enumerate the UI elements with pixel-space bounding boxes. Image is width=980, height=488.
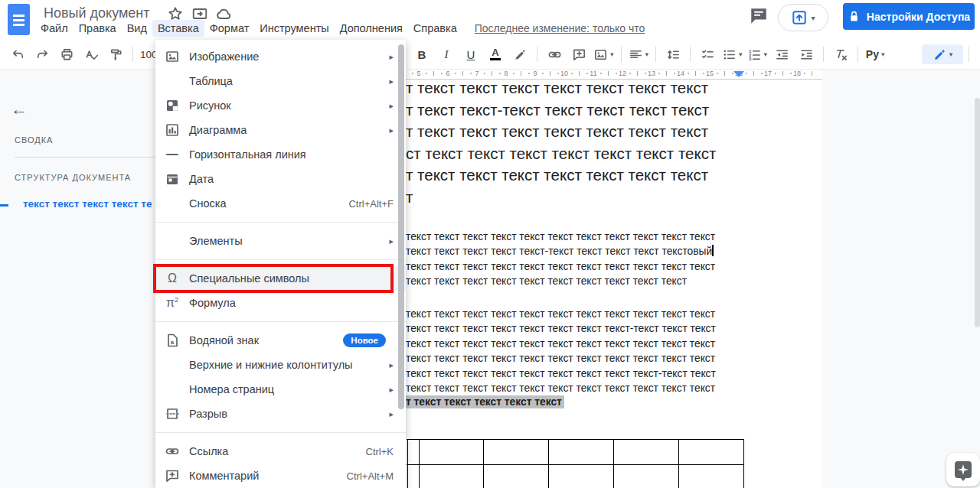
menu-item-label: Номера страниц bbox=[189, 383, 383, 395]
insert-image-icon bbox=[593, 47, 608, 62]
bold-button[interactable]: B bbox=[410, 44, 433, 64]
spellcheck-button[interactable] bbox=[80, 44, 103, 64]
menu-item-insert-image[interactable]: Изображение▸ bbox=[155, 44, 406, 69]
text-color-button[interactable]: A bbox=[484, 44, 507, 64]
menubar-item[interactable]: Правка bbox=[74, 20, 122, 37]
present-button[interactable]: ▾ bbox=[778, 4, 828, 31]
menu-item-insert-watermark[interactable]: aВодяной знакНовое bbox=[155, 328, 406, 353]
menubar-item[interactable]: Формат bbox=[204, 20, 255, 37]
toolbar: 100% BIUA▾▾▾123▾Ру▾▾ bbox=[0, 40, 980, 70]
ruler-number: 14 bbox=[676, 70, 685, 77]
menu-scrollbar[interactable] bbox=[398, 44, 404, 409]
menu-item-insert-headers-footers[interactable]: Верхние и нижние колонтитулы▸ bbox=[155, 353, 406, 377]
checklist-button[interactable] bbox=[696, 44, 719, 64]
menu-item-insert-page-numbers[interactable]: Номера страниц▸ bbox=[155, 377, 406, 402]
menubar-item[interactable]: Файл bbox=[35, 20, 74, 37]
numbered-list-button[interactable]: 123▾ bbox=[746, 44, 769, 64]
ruler-number: 17 bbox=[763, 70, 773, 77]
editing-mode-button[interactable]: ▾ bbox=[922, 44, 963, 64]
italic-button[interactable]: I bbox=[435, 44, 458, 64]
outline-item-label: текст текст текст текст те bbox=[23, 198, 157, 210]
share-button[interactable]: Настройки Доступа bbox=[843, 3, 975, 30]
menu-item-insert-formula[interactable]: π2Формула bbox=[155, 291, 406, 315]
align-button[interactable]: ▾ bbox=[627, 44, 651, 64]
menu-separator bbox=[155, 432, 406, 433]
submenu-arrow-icon: ▸ bbox=[389, 101, 394, 111]
close-outline-icon[interactable]: ← bbox=[11, 99, 28, 119]
text-line: т текст текст текст текст текст текст те… bbox=[406, 77, 716, 99]
hide-menus-button[interactable] bbox=[975, 44, 980, 64]
menu-item-insert-date[interactable]: Дата bbox=[155, 167, 406, 191]
chevron-down-icon: ▾ bbox=[764, 50, 768, 58]
explore-button[interactable] bbox=[946, 453, 980, 486]
ruler-strip: 56789101112131415161718 bbox=[352, 69, 822, 80]
text-line: текст текст текст текст текст текст текс… bbox=[406, 351, 716, 366]
line-spacing-button[interactable] bbox=[662, 44, 684, 64]
chevron-down-icon: ▾ bbox=[881, 50, 885, 58]
text-line: ст текст текст текст текст текст текст т… bbox=[406, 143, 716, 165]
add-comment-button[interactable] bbox=[567, 44, 590, 64]
menu-item-insert-horizontal-line[interactable]: Горизонтальная линия bbox=[155, 142, 406, 167]
menubar-item[interactable]: Инструменты bbox=[254, 20, 334, 37]
ruler-number: 12 bbox=[618, 70, 627, 77]
menu-item-insert-break[interactable]: Разрыв▸ bbox=[155, 402, 406, 426]
input-tools-button[interactable]: Ру▾ bbox=[864, 44, 887, 64]
decrease-indent-button[interactable] bbox=[770, 44, 793, 64]
menu-item-insert-drawing[interactable]: Рисунок▸ bbox=[155, 93, 406, 118]
text-line: текст текст текст текст текст текст текс… bbox=[406, 307, 716, 321]
menu-item-label: Элементы bbox=[189, 235, 383, 247]
clear-formatting-button[interactable] bbox=[829, 44, 852, 64]
ruler-number: 15 bbox=[705, 70, 714, 77]
document-page[interactable]: т текст текст текст текст текст текст те… bbox=[352, 79, 822, 488]
bulleted-list-button[interactable]: ▾ bbox=[720, 44, 744, 64]
menu-item-insert-elements[interactable]: Элементы▸ bbox=[155, 229, 406, 253]
last-edit-link[interactable]: Последнее изменение: только что bbox=[475, 22, 645, 34]
menu-item-insert-footnote[interactable]: СноскаCtrl+Alt+F bbox=[155, 191, 406, 216]
menubar-item[interactable]: Дополнения bbox=[335, 20, 408, 37]
menu-item-label: Формула bbox=[189, 297, 394, 309]
menu-item-insert-table[interactable]: Таблица▸ bbox=[155, 69, 406, 93]
add-comment-icon bbox=[572, 47, 586, 62]
submenu-arrow-icon: ▸ bbox=[389, 52, 394, 62]
menu-item-label: Разрыв bbox=[189, 408, 383, 420]
document-title[interactable]: Новый документ bbox=[44, 5, 150, 21]
menu-item-insert-link[interactable]: СсылкаCtrl+K bbox=[155, 439, 406, 464]
undo-button[interactable] bbox=[6, 44, 29, 64]
window-scrollbar[interactable] bbox=[975, 98, 980, 327]
paragraph-1: текст текст текст текст текст текст текс… bbox=[406, 229, 715, 289]
text-line: текст текст текст текст текст текст текс… bbox=[406, 229, 715, 244]
toolbar-left-group: 100% bbox=[6, 44, 168, 64]
text-line: т текст текст текст текст текст текст те… bbox=[406, 121, 716, 143]
indent-icon bbox=[799, 47, 814, 62]
toolbar-right-group: BIUA▾▾▾123▾Ру▾▾ bbox=[410, 44, 980, 64]
ruler-number: 6 bbox=[443, 70, 452, 77]
highlight-button[interactable] bbox=[508, 44, 531, 64]
insert-link-button[interactable] bbox=[543, 44, 566, 64]
menubar-item-active[interactable]: Вставка bbox=[152, 20, 204, 37]
document-table[interactable] bbox=[352, 439, 822, 488]
menu-separator bbox=[155, 222, 406, 223]
menubar-item[interactable]: Вид bbox=[122, 20, 152, 37]
print-button[interactable] bbox=[55, 44, 78, 64]
new-badge: Новое bbox=[343, 333, 386, 347]
menu-item-insert-comment[interactable]: КомментарийCtrl+Alt+M bbox=[155, 464, 406, 488]
outline-dash-icon bbox=[0, 204, 8, 207]
indent-marker[interactable] bbox=[733, 71, 744, 77]
highlighted-bold-line: т текст текст текст текст текст bbox=[406, 396, 564, 408]
redo-button[interactable] bbox=[31, 44, 54, 64]
text-cursor bbox=[712, 245, 714, 256]
outline-item[interactable]: текст текст текст текст те bbox=[0, 198, 157, 212]
menu-item-insert-chart[interactable]: Диаграмма▸ bbox=[155, 118, 406, 142]
heading-block: т текст текст текст текст текст текст те… bbox=[406, 77, 716, 209]
menubar-item[interactable]: Справка bbox=[408, 20, 462, 37]
link-icon bbox=[547, 47, 562, 62]
menu-item-insert-special-characters[interactable]: ΩСпециальные символы bbox=[155, 266, 406, 291]
underline-button[interactable]: U bbox=[459, 44, 482, 64]
google-docs-logo[interactable] bbox=[8, 4, 30, 35]
increase-indent-button[interactable] bbox=[795, 44, 818, 64]
menu-item-label: Ссылка bbox=[189, 445, 366, 457]
svg-text:a: a bbox=[171, 339, 175, 346]
insert-image-button[interactable]: ▾ bbox=[592, 44, 616, 64]
paint-format-button[interactable] bbox=[104, 44, 127, 64]
comments-icon[interactable] bbox=[749, 6, 769, 26]
